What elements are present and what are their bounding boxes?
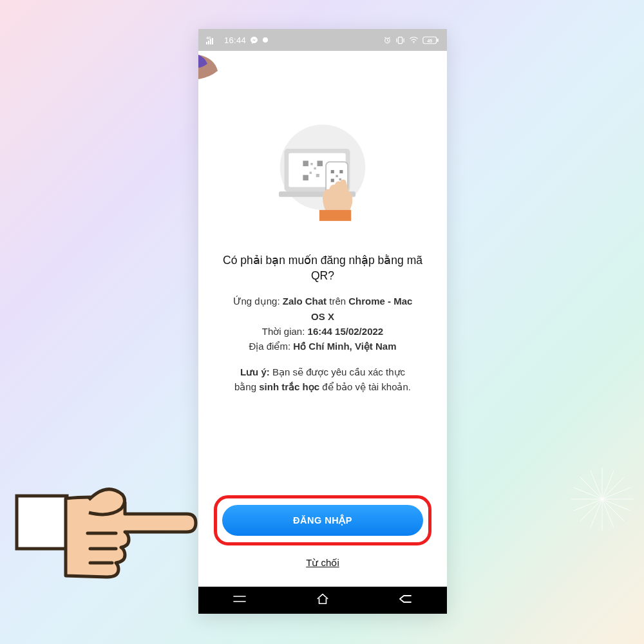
status-bar: 4G 16:44: [198, 29, 447, 51]
sparkle-decoration-icon: [567, 464, 638, 537]
signal-4g-icon: 4G: [206, 35, 220, 44]
browser-name-line1: Chrome - Mac: [348, 296, 412, 307]
svg-rect-4: [212, 38, 213, 44]
svg-rect-28: [331, 179, 334, 182]
svg-rect-17: [303, 161, 308, 167]
time-value: 16:44 15/02/2022: [308, 326, 384, 337]
app-label: Ứng dụng:: [233, 296, 280, 307]
svg-rect-21: [314, 167, 316, 169]
qr-login-confirm-screen: Có phải bạn muốn đăng nhập bằng mã QR? Ứ…: [198, 51, 447, 587]
svg-rect-27: [339, 170, 343, 173]
decline-link[interactable]: Từ chối: [214, 557, 431, 569]
back-icon: [398, 594, 413, 607]
place-value: Hồ Chí Minh, Việt Nam: [293, 341, 396, 352]
login-details: Ứng dụng: Zalo Chat trên Chrome - Mac OS…: [233, 294, 413, 354]
app-join: trên: [329, 296, 346, 307]
corner-graphic: [198, 55, 224, 80]
title-line1: Có phải bạn muốn đăng nhập bằng mã: [223, 254, 422, 267]
decline-link-label: Từ chối: [306, 557, 339, 568]
status-time: 16:44: [224, 35, 246, 45]
time-label: Thời gian:: [262, 326, 305, 337]
svg-rect-20: [310, 163, 312, 165]
svg-rect-26: [331, 170, 334, 173]
tutorial-highlight-box: ĐĂNG NHẬP: [214, 495, 431, 545]
svg-rect-23: [316, 174, 319, 177]
svg-point-5: [263, 37, 268, 43]
pointing-hand-icon: [13, 464, 200, 580]
svg-rect-2: [208, 41, 209, 44]
phone-frame: 4G 16:44: [198, 29, 447, 614]
browser-name-line2: OS X: [311, 311, 334, 322]
home-icon: [316, 592, 330, 608]
svg-rect-1: [206, 42, 207, 44]
app-name: Zalo Chat: [283, 296, 327, 307]
svg-rect-7: [398, 37, 402, 43]
svg-rect-34: [17, 496, 67, 549]
battery-icon: 45: [422, 36, 439, 44]
messenger-icon: [250, 36, 258, 44]
qr-scan-illustration-icon: [268, 119, 377, 231]
recent-apps-icon: [232, 594, 247, 606]
svg-rect-31: [319, 210, 351, 221]
note-text-2c: để bảo vệ tài khoản.: [322, 381, 411, 392]
note-text-1: Bạn sẽ được yêu cầu xác thực: [272, 366, 405, 377]
svg-rect-29: [336, 175, 337, 177]
notification-dot-icon: [262, 37, 269, 43]
alarm-icon: [383, 36, 392, 44]
svg-rect-10: [437, 38, 439, 41]
biometric-note: Lưu ý: Bạn sẽ được yêu cầu xác thực bằng…: [234, 365, 411, 394]
home-button[interactable]: [303, 587, 342, 614]
note-text-2a: bằng: [234, 381, 256, 392]
android-nav-bar: [198, 587, 447, 614]
login-button-label: ĐĂNG NHẬP: [293, 515, 352, 526]
vibrate-icon: [395, 36, 405, 44]
note-label: Lưu ý:: [240, 366, 270, 377]
qr-login-title: Có phải bạn muốn đăng nhập bằng mã QR?: [223, 253, 422, 283]
svg-rect-30: [339, 178, 341, 180]
login-button[interactable]: ĐĂNG NHẬP: [222, 505, 423, 536]
place-label: Địa điểm:: [249, 341, 290, 352]
svg-rect-19: [303, 175, 308, 181]
note-text-2b: sinh trắc học: [259, 381, 319, 392]
svg-text:45: 45: [427, 38, 432, 43]
recent-apps-button[interactable]: [220, 587, 259, 614]
svg-point-8: [413, 43, 415, 44]
back-button[interactable]: [386, 587, 425, 614]
svg-rect-22: [310, 172, 312, 174]
title-line2: QR?: [311, 269, 334, 282]
wifi-icon: [409, 36, 419, 44]
svg-rect-3: [210, 39, 211, 44]
svg-rect-18: [317, 161, 323, 167]
